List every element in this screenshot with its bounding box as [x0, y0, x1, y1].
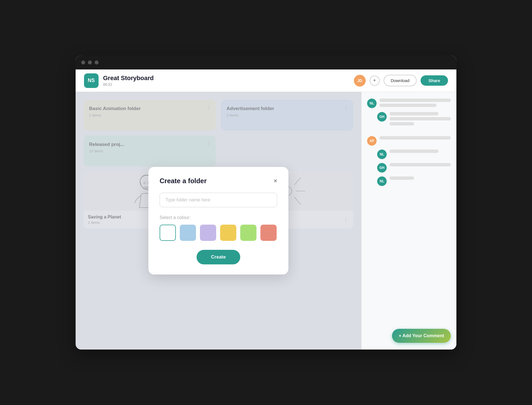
modal-title: Create a folder	[160, 177, 207, 185]
traffic-dot-2	[88, 60, 92, 64]
avatar: NL	[377, 150, 387, 159]
comment-lines	[389, 163, 451, 166]
traffic-dot-1	[81, 60, 85, 64]
colour-section: Select a colour:	[160, 215, 277, 241]
logo-avatar: NS	[84, 73, 99, 88]
header-title-block: Great Storyboard 00:22	[103, 75, 349, 87]
create-folder-modal: Create a folder × Select a colour:	[148, 167, 288, 274]
comment-line	[389, 122, 414, 125]
modal-header: Create a folder ×	[160, 177, 277, 185]
download-button[interactable]: Download	[384, 75, 417, 86]
comment-line	[389, 176, 414, 180]
modal-close-button[interactable]: ×	[274, 178, 277, 184]
colour-yellow-swatch[interactable]	[220, 225, 236, 241]
avatar: AP	[367, 136, 377, 146]
avatar: GH	[377, 112, 387, 122]
comment-item: GH	[367, 163, 451, 173]
avatar: NL	[377, 176, 387, 186]
colour-purple-swatch[interactable]	[200, 225, 216, 241]
add-collaborator-button[interactable]: +	[370, 76, 380, 86]
page-subtitle: 00:22	[103, 82, 349, 87]
spacer	[367, 129, 451, 132]
comment-line	[389, 163, 451, 166]
colour-white-swatch[interactable]	[160, 225, 176, 241]
comment-list: NL GH	[367, 99, 451, 186]
comment-line	[389, 117, 451, 120]
user-avatar[interactable]: JD	[354, 75, 366, 87]
avatar: GH	[377, 163, 387, 173]
add-comment-button[interactable]: + Add Your Comment	[392, 329, 451, 343]
comment-lines	[379, 99, 451, 107]
main-content: Basic Animation folder 2 Items ⋮ Adverti…	[76, 92, 456, 350]
comment-item: GH	[367, 112, 451, 125]
comment-item: NL	[367, 176, 451, 186]
header: NS Great Storyboard 00:22 JD + Download …	[76, 69, 456, 92]
comment-item: NL	[367, 99, 451, 108]
colour-options	[160, 225, 277, 241]
comment-line	[389, 112, 438, 115]
traffic-dot-3	[95, 60, 99, 64]
comment-line	[379, 104, 437, 107]
comment-item: NL	[367, 150, 451, 159]
comment-item: AP	[367, 136, 451, 146]
comments-spacer	[367, 192, 451, 323]
share-button[interactable]: Share	[421, 75, 448, 86]
comment-lines	[379, 136, 451, 139]
comment-lines	[389, 150, 451, 153]
comment-lines	[389, 112, 451, 125]
titlebar	[76, 55, 456, 69]
storyboard-wrapper: Basic Animation folder 2 Items ⋮ Adverti…	[76, 92, 361, 350]
comment-line	[379, 136, 451, 139]
folder-name-input[interactable]	[160, 193, 277, 207]
comment-line	[379, 99, 451, 102]
create-folder-button[interactable]: Create	[197, 250, 241, 264]
colour-label: Select a colour:	[160, 215, 277, 220]
colour-green-swatch[interactable]	[240, 225, 256, 241]
comment-lines	[389, 176, 451, 180]
page-title: Great Storyboard	[103, 75, 349, 82]
comment-line	[389, 150, 438, 153]
add-comment-section: + Add Your Comment	[367, 329, 451, 343]
comments-panel: NL GH	[361, 92, 456, 350]
modal-overlay: Create a folder × Select a colour:	[76, 92, 361, 350]
colour-red-swatch[interactable]	[260, 225, 277, 241]
avatar: NL	[367, 99, 377, 108]
header-actions: JD + Download Share	[354, 75, 448, 87]
colour-blue-swatch[interactable]	[180, 225, 196, 241]
